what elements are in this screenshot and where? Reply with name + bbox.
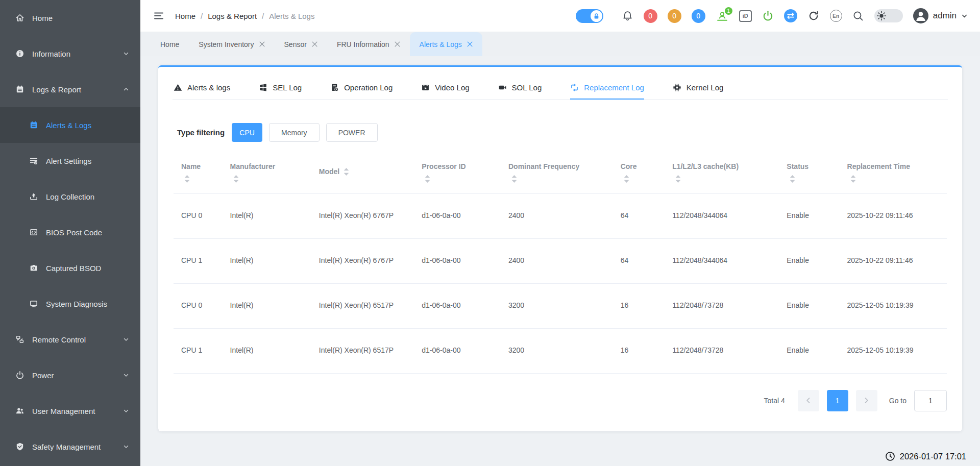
sidebar-item-label: Information	[32, 50, 70, 58]
table-row[interactable]: CPU 1 Intel(R) Intel(R) Xeon(R) 6517P d1…	[174, 328, 947, 373]
close-icon[interactable]	[395, 41, 400, 47]
col-manufacturer: Manufacturer	[230, 157, 319, 193]
alert-settings-icon	[29, 156, 38, 165]
sort-caret-icon[interactable]	[233, 175, 239, 183]
sidebar-item-label: Power	[32, 371, 54, 380]
sidebar-item-alert-settings[interactable]: Alert Settings	[0, 143, 140, 179]
chevron-down-icon	[123, 408, 129, 414]
sidebar-item-captured-bsod[interactable]: Captured BSOD	[0, 250, 140, 286]
sel-log-icon	[259, 83, 267, 92]
sidebar-item-home[interactable]: Home	[0, 0, 140, 36]
theme-toggle[interactable]	[874, 9, 903, 22]
table-header-row: Name Manufacturer Model Processor ID Dom…	[174, 157, 947, 193]
main-area: Home / Logs & Report / Alerts & Logs 0 0…	[140, 0, 980, 466]
sort-caret-icon[interactable]	[850, 175, 856, 183]
sidebar-item-log-collection[interactable]: Log Collection	[0, 179, 140, 214]
bell-icon[interactable]	[622, 10, 633, 22]
sidebar-item-alerts-logs[interactable]: Alerts & Logs	[0, 107, 140, 143]
sort-caret-icon[interactable]	[184, 175, 190, 183]
alert-triangle-icon	[174, 83, 182, 92]
refresh-icon[interactable]	[807, 10, 820, 22]
tab-home[interactable]: Home	[151, 32, 189, 56]
close-icon[interactable]	[467, 41, 473, 47]
table-row[interactable]: CPU 0 Intel(R) Intel(R) Xeon(R) 6517P d1…	[174, 283, 947, 328]
breadcrumb-logs-report[interactable]: Logs & Report	[208, 12, 257, 20]
goto-page-input[interactable]	[914, 390, 947, 411]
system-diagnosis-icon	[29, 299, 38, 308]
tab-fru-information[interactable]: FRU Information	[327, 32, 410, 56]
power-icon	[15, 371, 24, 380]
ptab-operation-log[interactable]: Operation Log	[330, 83, 393, 100]
filter-power-button[interactable]: POWER	[326, 123, 378, 142]
sidebar-item-label: User Management	[32, 407, 95, 415]
close-icon[interactable]	[312, 41, 317, 47]
session-count-badge: 1	[725, 7, 732, 15]
sort-caret-icon[interactable]	[790, 175, 795, 183]
ptab-replacement-log[interactable]: Replacement Log	[570, 83, 644, 100]
breadcrumb-home[interactable]: Home	[175, 12, 195, 20]
sort-caret-icon[interactable]	[344, 168, 349, 176]
kvm-id-icon[interactable]: iD	[739, 10, 752, 22]
sort-caret-icon[interactable]	[624, 175, 629, 183]
close-icon[interactable]	[259, 41, 265, 47]
table-row[interactable]: CPU 0 Intel(R) Intel(R) Xeon(R) 6767P d1…	[174, 193, 947, 238]
sidebar-item-label: Home	[32, 14, 53, 22]
sidebar-item-bios-post-code[interactable]: BIOS Post Code	[0, 214, 140, 250]
col-core: Core	[621, 157, 673, 193]
sort-caret-icon[interactable]	[425, 175, 430, 183]
col-model: Model	[319, 157, 422, 193]
tab-system-inventory[interactable]: System Inventory	[189, 32, 274, 56]
filter-cpu-button[interactable]: CPU	[232, 123, 262, 142]
lock-icon	[591, 10, 602, 22]
system-time: 2026-01-07 17:01	[885, 451, 966, 461]
sidebar-item-information[interactable]: Information	[0, 36, 140, 71]
col-replacement-time: Replacement Time	[847, 157, 947, 193]
sidebar: Home Information Logs & Report Alerts & …	[0, 0, 140, 466]
sidebar-item-label: Logs & Report	[32, 85, 81, 94]
user-menu[interactable]: admin	[913, 8, 968, 23]
sort-caret-icon[interactable]	[675, 175, 681, 183]
chevron-down-icon	[123, 444, 129, 450]
prev-page-button[interactable]	[798, 390, 819, 411]
sort-caret-icon[interactable]	[511, 175, 517, 183]
info-icon	[15, 49, 24, 58]
table-row[interactable]: CPU 1 Intel(R) Intel(R) Xeon(R) 6767P d1…	[174, 238, 947, 283]
search-icon[interactable]	[852, 10, 864, 22]
ptab-sol-log[interactable]: SOL Log	[498, 83, 542, 100]
clock-icon	[885, 451, 895, 461]
content-area: Alerts & logs SEL Log Operation Log Vide…	[140, 57, 980, 466]
lock-toggle[interactable]	[576, 9, 603, 23]
critical-count-badge[interactable]: 0	[644, 9, 657, 23]
breadcrumb-alerts-logs: Alerts & Logs	[269, 12, 314, 20]
ptab-video-log[interactable]: Video Log	[421, 83, 469, 100]
tab-alerts-logs[interactable]: Alerts & Logs	[410, 32, 482, 56]
sidebar-item-label: Alert Settings	[46, 157, 91, 165]
language-icon[interactable]: En	[830, 10, 842, 22]
chevron-down-icon	[123, 336, 129, 342]
ptab-alerts-logs[interactable]: Alerts & logs	[174, 83, 230, 100]
topbar: Home / Logs & Report / Alerts & Logs 0 0…	[140, 0, 980, 32]
info-count-badge[interactable]: 0	[692, 9, 705, 23]
sidebar-item-logs-report[interactable]: Logs & Report	[0, 71, 140, 107]
host-power-icon[interactable]	[762, 10, 774, 22]
ptab-kernel-log[interactable]: Kernel Log	[673, 83, 724, 100]
kernel-log-icon	[673, 83, 681, 92]
warning-count-badge[interactable]: 0	[668, 9, 681, 23]
network-traffic-icon[interactable]	[784, 9, 797, 22]
ptab-sel-log[interactable]: SEL Log	[259, 83, 302, 100]
menu-fold-icon[interactable]	[153, 10, 164, 21]
sidebar-item-safety-management[interactable]: Safety Management	[0, 429, 140, 464]
sidebar-item-system-diagnosis[interactable]: System Diagnosis	[0, 286, 140, 322]
sidebar-item-remote-control[interactable]: Remote Control	[0, 322, 140, 357]
tab-sensor[interactable]: Sensor	[275, 32, 327, 56]
page-button-1[interactable]: 1	[827, 390, 848, 411]
tabstrip: Home System Inventory Sensor FRU Informa…	[140, 32, 980, 56]
chevron-up-icon	[123, 86, 129, 92]
type-filter-label: Type filtering	[177, 128, 225, 137]
remote-session-icon[interactable]: 1	[716, 10, 729, 22]
sidebar-item-power[interactable]: Power	[0, 357, 140, 393]
filter-memory-button[interactable]: Memory	[269, 123, 320, 142]
user-management-icon	[15, 406, 24, 415]
next-page-button[interactable]	[856, 390, 877, 411]
sidebar-item-user-management[interactable]: User Management	[0, 393, 140, 429]
